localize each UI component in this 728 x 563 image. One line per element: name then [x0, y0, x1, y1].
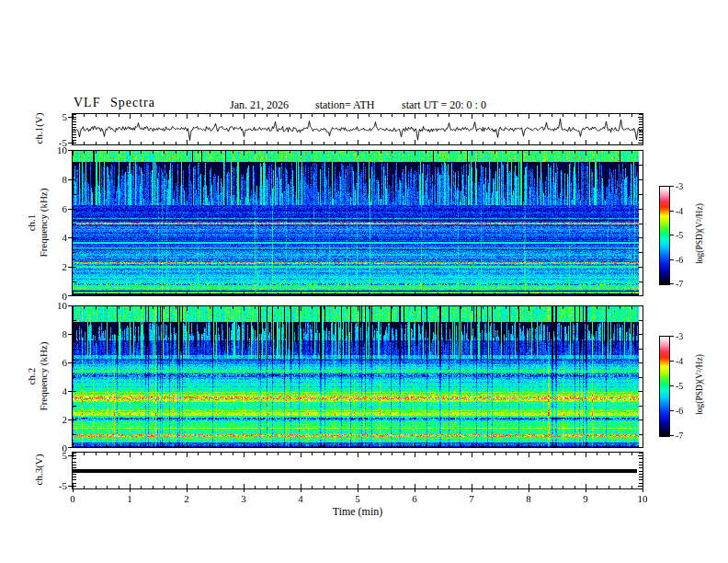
y-tick — [73, 349, 76, 350]
y-tick-label: 5 — [45, 111, 67, 122]
x-tick — [392, 486, 392, 488]
x-tick — [586, 291, 586, 295]
x-tick — [210, 444, 210, 447]
x-tick — [290, 114, 290, 117]
x-tick — [141, 114, 142, 117]
x-tick — [267, 306, 267, 309]
x-tick — [563, 444, 563, 447]
x-tick — [381, 142, 381, 144]
x-tick — [255, 114, 256, 117]
x-tick — [472, 114, 472, 119]
y-tick — [639, 140, 643, 141]
x-tick — [210, 453, 210, 455]
x-tick — [358, 453, 358, 457]
x-tick — [404, 151, 404, 154]
x-tick — [381, 151, 381, 154]
x-tick — [244, 291, 245, 295]
x-tick — [381, 444, 381, 447]
y-tick — [73, 144, 76, 145]
y-tick — [639, 144, 643, 145]
y-tick — [639, 467, 643, 468]
x-tick — [426, 142, 427, 144]
x-tick — [119, 114, 119, 117]
y-tick — [73, 479, 76, 480]
x-tick — [381, 486, 381, 488]
x-tick — [107, 114, 108, 117]
x-tick — [620, 453, 620, 455]
x-tick — [187, 306, 188, 311]
y-tick — [73, 252, 76, 253]
x-tick — [472, 489, 472, 492]
x-tick — [563, 151, 563, 154]
y-tick — [639, 471, 643, 472]
y-tick — [73, 477, 76, 477]
x-tick — [415, 484, 415, 488]
y-tick — [639, 121, 643, 122]
x-tick — [620, 293, 620, 295]
x-tick — [472, 306, 472, 311]
date-label: Jan. 21, 2026 — [230, 98, 289, 112]
x-tick — [210, 306, 210, 309]
y-tick — [68, 455, 76, 456]
x-tick — [518, 453, 518, 455]
x-tick — [312, 293, 313, 295]
x-tick — [84, 151, 85, 154]
x-tick — [255, 453, 256, 455]
x-tick — [552, 151, 552, 154]
x-tick — [278, 151, 279, 154]
x-tick — [267, 453, 267, 455]
y-tick-label: 4 — [45, 232, 67, 243]
y-tick — [73, 320, 76, 321]
x-tick — [540, 293, 540, 295]
start-ut-label: start UT = 20: 0 : 0 — [402, 98, 486, 112]
x-tick — [540, 142, 540, 144]
x-tick — [198, 114, 199, 117]
y-tick — [639, 377, 643, 378]
x-tick — [221, 293, 222, 295]
x-tick — [84, 306, 85, 309]
x-tick — [609, 151, 609, 154]
x-tick — [358, 442, 358, 447]
y-tick — [68, 209, 76, 210]
x-tick — [187, 151, 188, 155]
x-tick — [255, 486, 256, 488]
x-tick — [563, 114, 563, 117]
x-tick — [495, 453, 495, 455]
x-tick — [301, 291, 301, 295]
x-tick — [620, 444, 620, 447]
x-tick — [301, 453, 301, 457]
colorbar-tick-label: -3 — [676, 181, 698, 191]
x-tick — [267, 444, 267, 447]
x-tick — [461, 142, 461, 144]
x-tick — [631, 142, 632, 144]
x-tick — [643, 489, 643, 492]
y-tick — [639, 488, 643, 489]
x-tick — [107, 151, 108, 154]
x-tick — [586, 114, 586, 119]
x-tick — [141, 151, 142, 154]
x-tick — [540, 486, 540, 488]
x-tick-label: 9 — [574, 493, 597, 504]
x-tick — [369, 293, 370, 295]
x-tick — [119, 444, 119, 447]
y-tick-label: 2 — [45, 414, 67, 425]
y-tick — [639, 252, 643, 253]
x-tick — [221, 142, 222, 144]
x-tick-label: 7 — [460, 493, 483, 504]
x-tick — [107, 142, 108, 144]
x-tick — [187, 114, 188, 119]
x-tick — [96, 453, 97, 455]
x-tick — [107, 453, 108, 455]
x-tick-label: 0 — [61, 493, 85, 504]
x-tick — [426, 444, 427, 447]
x-tick — [369, 306, 370, 309]
x-tick — [552, 293, 552, 295]
x-tick — [552, 486, 552, 488]
x-tick — [426, 486, 427, 488]
x-tick — [221, 151, 222, 154]
x-tick — [141, 142, 142, 144]
x-tick — [449, 486, 449, 488]
x-tick — [529, 140, 529, 144]
y-tick — [639, 127, 643, 128]
x-tick — [290, 142, 290, 144]
